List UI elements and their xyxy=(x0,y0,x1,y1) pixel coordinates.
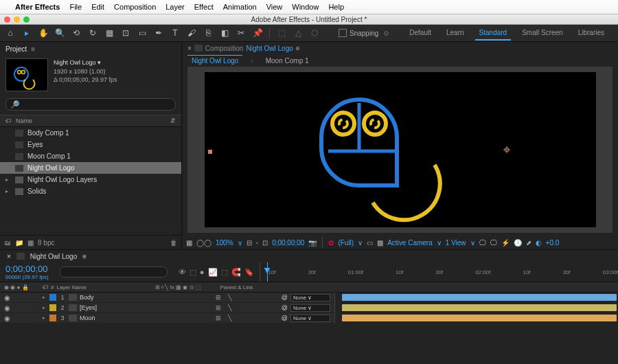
timecode[interactable]: 0;00;00;00 xyxy=(5,264,49,274)
layer-name[interactable]: Body xyxy=(80,294,162,301)
timeline-layer-row[interactable]: ◉ ▸ 2 [Eyes] ⊞╲ @ None ∨ xyxy=(0,303,334,313)
menu-animation[interactable]: Animation xyxy=(223,3,257,11)
mask-icon[interactable]: ◯◯ xyxy=(196,239,211,247)
layer-name[interactable]: [Eyes] xyxy=(80,304,162,311)
layername-column[interactable]: Layer Name xyxy=(56,284,152,291)
extra-tool-icon[interactable]: △ xyxy=(292,27,304,39)
fast-preview-icon[interactable]: ⚡ xyxy=(501,239,510,247)
layer-name[interactable]: Moon xyxy=(80,315,162,321)
label-swatch[interactable] xyxy=(49,315,56,321)
snapping-checkbox[interactable]: Snapping⚙ xyxy=(339,29,389,37)
home-icon[interactable]: ⌂ xyxy=(4,27,16,39)
project-item[interactable]: Moon Comp 1 xyxy=(0,150,181,162)
project-item[interactable]: Eyes xyxy=(0,139,181,150)
channel-icon[interactable]: ✿ xyxy=(328,239,334,247)
workspace-libraries[interactable]: Libraries xyxy=(574,26,608,41)
guides-icon[interactable]: ▫ xyxy=(256,239,259,247)
workspace-standard[interactable]: Standard xyxy=(475,26,512,41)
label-column[interactable]: 🏷 xyxy=(43,284,48,291)
parent-dropdown[interactable]: None ∨ xyxy=(290,304,330,312)
draft3d-icon[interactable]: 🖵 xyxy=(490,239,497,247)
graph-icon[interactable]: 📈 xyxy=(208,268,218,277)
time-ruler[interactable]: 10f20f01:00f10f20f02:00f10f20f03:00f xyxy=(260,262,619,282)
project-search[interactable]: 🔎 xyxy=(5,98,176,111)
grid-icon[interactable]: ▦ xyxy=(186,239,192,247)
rotate-tool-icon[interactable]: ↻ xyxy=(87,27,99,39)
close-tab-icon[interactable]: × xyxy=(7,253,11,260)
panel-menu-icon[interactable]: ≡ xyxy=(82,253,87,260)
project-item[interactable]: Body Comp 1 xyxy=(0,127,181,139)
draft-icon[interactable]: ⬚ xyxy=(221,268,228,277)
snapshot-icon[interactable]: 📷 xyxy=(308,239,317,247)
parent-column[interactable]: Parent & Link xyxy=(220,284,253,291)
hand-tool-icon[interactable]: ✋ xyxy=(37,27,49,39)
timeline-search[interactable] xyxy=(60,266,168,277)
res-dropdown[interactable]: (Full) xyxy=(338,239,354,247)
timeline-comp-name[interactable]: Night Owl Logo xyxy=(30,253,77,260)
camera-dropdown[interactable]: Active Camera xyxy=(387,239,433,247)
comp-tab[interactable]: Moon Comp 1 xyxy=(262,56,313,66)
transparency-icon[interactable]: ▩ xyxy=(377,239,383,247)
visibility-toggle[interactable]: ◉ xyxy=(4,294,12,302)
menu-edit[interactable]: Edit xyxy=(91,3,104,11)
project-item[interactable]: ▸Solids xyxy=(0,185,181,197)
project-tab[interactable]: Project xyxy=(5,45,27,53)
selection-tool-icon[interactable]: ▸ xyxy=(21,27,33,39)
workspace-smallscreen[interactable]: Small Screen xyxy=(518,26,566,41)
new-comp-icon[interactable]: ▦ xyxy=(27,239,34,247)
type-tool-icon[interactable]: T xyxy=(169,27,181,39)
parent-dropdown[interactable]: None ∨ xyxy=(290,315,330,322)
time-display[interactable]: 0;00;00;00 xyxy=(272,239,304,247)
menu-file[interactable]: File xyxy=(69,3,82,11)
new-folder-icon[interactable]: 📁 xyxy=(15,239,23,247)
parent-dropdown[interactable]: None ∨ xyxy=(290,294,330,302)
workspace-default[interactable]: Default xyxy=(405,26,435,41)
menu-layer[interactable]: Layer xyxy=(165,3,185,11)
frame-blend-icon[interactable]: ⬚ xyxy=(190,268,196,277)
label-swatch[interactable] xyxy=(49,304,56,311)
composition-name[interactable]: Night Owl Logo xyxy=(246,45,293,52)
shape-tool-icon[interactable]: ▭ xyxy=(136,27,148,39)
zoom-dropdown[interactable]: 100% xyxy=(216,239,233,247)
app-menu[interactable]: After Effects xyxy=(15,3,60,11)
markers-icon[interactable]: 🔖 xyxy=(244,268,254,277)
project-item[interactable]: ▸Night Owl Logo Layers xyxy=(0,174,181,185)
menu-window[interactable]: Window xyxy=(292,3,319,11)
eraser-tool-icon[interactable]: ◧ xyxy=(218,27,231,39)
roto-tool-icon[interactable]: ✂ xyxy=(235,27,247,39)
panel-menu-icon[interactable]: ≡ xyxy=(296,45,300,52)
visibility-toggle[interactable]: ◉ xyxy=(4,304,12,312)
menu-composition[interactable]: Composition xyxy=(114,3,156,11)
bpc-button[interactable]: 8 bpc xyxy=(38,239,54,247)
zoom-tool-icon[interactable]: 🔍 xyxy=(54,27,66,39)
pen-tool-icon[interactable]: ✒ xyxy=(152,27,165,39)
close-tab-icon[interactable]: × xyxy=(187,45,192,52)
tag-icon[interactable]: 🏷 xyxy=(5,117,12,124)
brush-tool-icon[interactable]: 🖌 xyxy=(185,27,198,39)
timeline-layer-row[interactable]: ◉ ▸ 1 Body ⊞╲ @ None ∨ xyxy=(0,293,334,303)
timeline-icon[interactable]: 🕔 xyxy=(514,239,522,247)
timeline-layer-row[interactable]: ◉ ▸ 3 Moon ⊞╲ @ None ∨ xyxy=(0,313,334,323)
region-icon[interactable]: ▭ xyxy=(367,239,373,247)
label-swatch[interactable] xyxy=(49,294,56,301)
sort-icon[interactable]: ⇵ xyxy=(170,117,176,124)
trash-icon[interactable]: 🗑 xyxy=(170,239,177,247)
puppet-tool-icon[interactable]: 📌 xyxy=(251,27,264,39)
exposure-value[interactable]: +0.0 xyxy=(546,239,560,247)
twirl-icon[interactable]: ▸ xyxy=(43,315,47,321)
snap-icon[interactable]: 🧲 xyxy=(231,268,241,277)
twirl-icon[interactable]: ▸ xyxy=(43,305,47,310)
menu-view[interactable]: View xyxy=(266,3,283,11)
comp-tab[interactable]: Night Owl Logo xyxy=(187,55,242,66)
pickwhip-icon[interactable]: @ xyxy=(282,304,288,311)
layer-bar[interactable] xyxy=(342,304,617,311)
clone-tool-icon[interactable]: ⎘ xyxy=(202,27,214,39)
workspace-learn[interactable]: Learn xyxy=(442,26,468,41)
motion-blur-icon[interactable]: ● xyxy=(200,268,205,277)
views-dropdown[interactable]: 1 View xyxy=(446,239,466,247)
camera-tool-icon[interactable]: ▦ xyxy=(103,27,115,39)
flowchart-icon[interactable]: ⬈ xyxy=(526,239,531,247)
safe-icon[interactable]: ⊡ xyxy=(262,239,268,247)
interpret-icon[interactable]: 🖭 xyxy=(4,239,11,247)
3d-icon[interactable]: 🖵 xyxy=(479,239,486,247)
